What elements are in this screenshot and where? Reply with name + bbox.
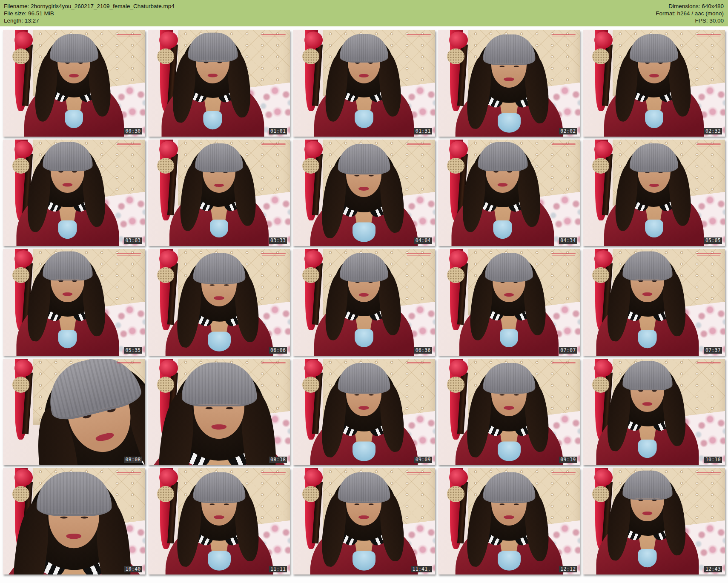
eye (513, 503, 519, 505)
timestamp-badge: 07:37 (704, 347, 722, 354)
woman-figure (583, 249, 721, 355)
video-thumbnail[interactable]: 08:38 (148, 359, 290, 465)
video-thumbnail[interactable]: 08:08 (3, 359, 145, 465)
video-thumbnail[interactable]: 05:35 (3, 249, 145, 355)
timestamp-badge: 04:04 (414, 237, 432, 244)
timestamp-badge: 11:11 (269, 566, 287, 572)
thumbnail-image (583, 30, 725, 137)
watermark (696, 253, 721, 254)
lips (498, 183, 508, 187)
gray-beanie (623, 251, 673, 281)
info-header-left: Filename: 2hornygirls4you_260217_2109_fe… (4, 3, 175, 25)
thumbnail-image (293, 468, 435, 574)
video-thumbnail[interactable]: 10:40 (3, 468, 145, 574)
gray-beanie (483, 472, 535, 503)
video-thumbnail[interactable]: 03:33 (148, 140, 290, 246)
video-thumbnail[interactable]: 11:41. (293, 468, 435, 574)
eye (226, 407, 233, 409)
video-thumbnail[interactable]: 02:02 (438, 30, 580, 137)
watermark (407, 34, 431, 35)
timestamp-badge: 11:41. (411, 566, 432, 572)
gray-beanie (483, 34, 535, 65)
watermark (407, 143, 431, 145)
gray-beanie (338, 363, 390, 394)
woman-figure (148, 140, 290, 246)
gray-beanie (623, 470, 673, 500)
timestamp-badge: 01:31 (414, 128, 432, 134)
watermark (117, 143, 141, 145)
timestamp-badge: 02:32 (704, 128, 722, 134)
thumbnail-image (3, 359, 145, 465)
video-thumbnail[interactable]: 01:01 (148, 30, 290, 137)
lips (504, 78, 514, 81)
video-thumbnail[interactable]: 12:43 (583, 468, 725, 574)
thumbnail-image (148, 140, 290, 246)
watermark (552, 34, 576, 35)
woman-figure (438, 30, 580, 137)
watermark (552, 472, 576, 473)
woman-figure (3, 30, 145, 137)
eye (369, 394, 374, 395)
video-thumbnail[interactable]: 09:09 (293, 359, 435, 465)
timestamp-badge: 12:43 (704, 566, 722, 572)
blue-bra (353, 441, 375, 461)
video-thumbnail[interactable]: 01:31 (293, 30, 435, 137)
video-thumbnail[interactable]: 00:30 (3, 30, 145, 137)
video-thumbnail[interactable]: 12:12 (438, 468, 580, 574)
video-thumbnail[interactable]: 07:37 (583, 249, 725, 355)
blue-bra (355, 110, 373, 129)
video-thumbnail[interactable]: 03:03 (3, 140, 145, 246)
blue-bra (498, 551, 521, 570)
timestamp-badge: 00:30 (124, 128, 142, 134)
thumbnail-image (438, 359, 580, 465)
woman-figure (293, 140, 435, 246)
watermark (552, 253, 576, 254)
lips (214, 184, 224, 187)
timestamp-badge: 07:07 (559, 347, 577, 354)
thumbnail-image (148, 249, 290, 355)
timestamp-badge: 02:02 (559, 128, 577, 134)
video-thumbnail[interactable]: 02:32 (583, 30, 725, 137)
lips (359, 293, 369, 297)
watermark (261, 253, 286, 254)
video-thumbnail[interactable]: 06:06 (148, 249, 290, 355)
video-thumbnail[interactable]: 10:10 (583, 359, 725, 465)
timestamp-badge: 10:40 (124, 566, 142, 572)
eye (499, 394, 504, 395)
thumbnail-image (148, 359, 290, 465)
watermark (261, 143, 286, 145)
timestamp-badge: 06:36 (414, 347, 432, 354)
video-thumbnail[interactable]: 09:39 (438, 359, 580, 465)
thumbnail-image (438, 249, 580, 355)
thumbnail-image (148, 468, 290, 574)
video-thumbnail[interactable]: 05:05 (583, 140, 725, 246)
gray-beanie (193, 253, 245, 284)
eye (224, 284, 229, 286)
gray-beanie (193, 472, 245, 503)
video-thumbnail[interactable]: 04:34 (438, 140, 580, 246)
gray-beanie (188, 32, 238, 62)
video-thumbnail[interactable]: 06:36 (293, 249, 435, 355)
video-thumbnail[interactable]: 04:04 (293, 140, 435, 246)
video-thumbnail[interactable]: 07:07 (438, 249, 580, 355)
filesize-line: File size: 96.51 MiB (4, 10, 175, 17)
timestamp-badge: 03:33 (269, 237, 287, 244)
timestamp-badge: 09:39 (559, 457, 577, 463)
eye (499, 503, 504, 505)
timestamp-badge: 04:34 (559, 237, 577, 244)
timestamp-badge: 09:09 (414, 457, 432, 463)
watermark (261, 472, 286, 473)
blue-bra (355, 329, 373, 347)
eye (80, 517, 88, 519)
length-line: Length: 13:27 (4, 17, 175, 24)
gray-beanie (338, 472, 390, 503)
blue-bra (498, 441, 521, 461)
watermark (552, 143, 576, 145)
video-thumbnail[interactable]: 11:11 (148, 468, 290, 574)
eye (205, 407, 212, 409)
eye (513, 66, 519, 67)
timestamp-badge: 06:06 (269, 347, 287, 354)
blue-bra (207, 551, 230, 570)
gray-beanie (50, 34, 98, 63)
lips (359, 515, 370, 519)
